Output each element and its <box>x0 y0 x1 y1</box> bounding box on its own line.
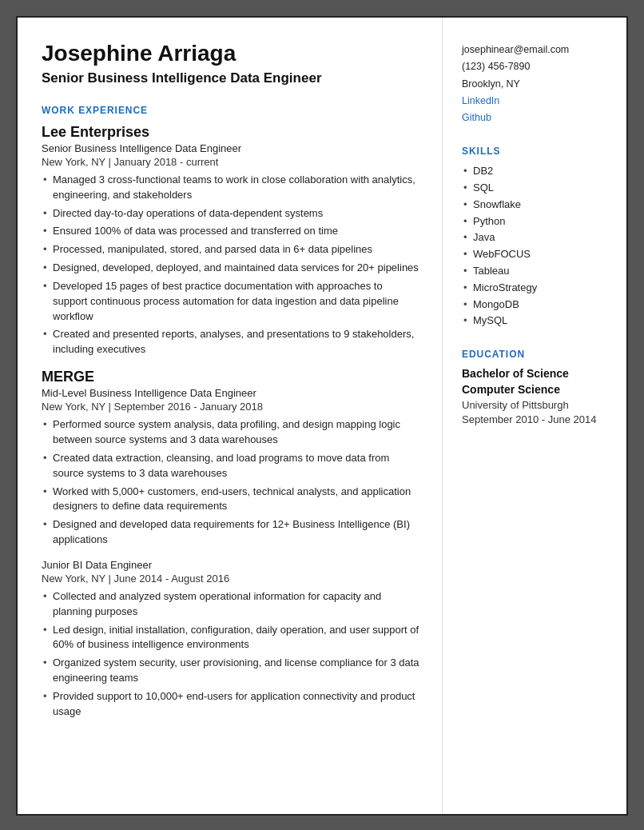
company-2-name: MERGE <box>42 369 419 385</box>
linkedin-link[interactable]: LinkedIn <box>462 93 610 110</box>
company-1-name: Lee Enterprises <box>42 124 419 141</box>
bullet-item: Directed day-to-day operations of data-d… <box>42 206 419 221</box>
bullet-item: Performed source system analysis, data p… <box>42 417 419 448</box>
phone: (123) 456-7890 <box>462 61 530 72</box>
bullet-item: Organized system security, user provisio… <box>42 656 419 686</box>
skill-item: MongoDB <box>462 297 610 313</box>
bullet-item: Led design, initial installation, config… <box>42 623 419 653</box>
edu-degree: Bachelor of Science <box>462 366 610 382</box>
job-1: Lee Enterprises Senior Business Intellig… <box>42 124 419 357</box>
bullet-item: Processed, manipulated, stored, and pars… <box>42 242 419 257</box>
edu-school: University of Pittsburgh <box>462 397 610 413</box>
skill-item: SQL <box>462 180 610 197</box>
edu-major: Computer Science <box>462 382 610 398</box>
github-link[interactable]: Github <box>462 110 610 126</box>
edu-dates: September 2010 - June 2014 <box>462 413 610 425</box>
bullet-item: Created data extraction, cleansing, and … <box>42 451 419 481</box>
candidate-name: Josephine Arriaga <box>42 42 419 66</box>
resume: Josephine Arriaga Senior Business Intell… <box>16 16 628 816</box>
bullet-item: Worked with 5,000+ customers, end-users,… <box>42 485 419 515</box>
work-experience-header: WORK EXPERIENCE <box>42 105 419 116</box>
skill-item: Python <box>462 213 610 230</box>
job-2-location-date: New York, NY | September 2016 - January … <box>42 401 419 413</box>
bullet-item: Developed 15 pages of best practice docu… <box>42 279 419 325</box>
job-2b-title: Junior BI Data Engineer <box>42 559 419 571</box>
skills-header: SKILLS <box>462 146 610 157</box>
bullet-item: Managed 3 cross-functional teams to work… <box>42 173 419 203</box>
skill-item: DB2 <box>462 163 610 180</box>
job-2b-bullets: Collected and analyzed system operationa… <box>42 589 419 720</box>
skill-item: MySQL <box>462 313 610 329</box>
job-1-bullets: Managed 3 cross-functional teams to work… <box>42 173 419 357</box>
left-column: Josephine Arriaga Senior Business Intell… <box>18 18 443 814</box>
skill-item: WebFOCUS <box>462 246 610 263</box>
contact-info: josephinear@email.com (123) 456-7890 Bro… <box>462 42 610 126</box>
candidate-title: Senior Business Intelligence Data Engine… <box>42 70 419 87</box>
bullet-item: Created and presented reports, analyses,… <box>42 327 419 357</box>
skills-list: DB2 SQL Snowflake Python Java WebFOCUS T… <box>462 163 610 329</box>
job-1-title: Senior Business Intelligence Data Engine… <box>42 142 419 154</box>
email: josephinear@email.com <box>462 44 569 55</box>
skill-item: Java <box>462 229 610 246</box>
bullet-item: Designed, developed, deployed, and maint… <box>42 261 419 276</box>
bullet-item: Designed and developed data requirements… <box>42 517 419 548</box>
job-2-bullets: Performed source system analysis, data p… <box>42 417 419 548</box>
bullet-item: Provided support to 10,000+ end-users fo… <box>42 689 419 720</box>
education-header: EDUCATION <box>462 349 610 360</box>
job-2-title: Mid-Level Business Intelligence Data Eng… <box>42 387 419 399</box>
bullet-item: Collected and analyzed system operationa… <box>42 589 419 620</box>
right-column: josephinear@email.com (123) 456-7890 Bro… <box>443 18 626 814</box>
bullet-item: Ensured 100% of data was processed and t… <box>42 224 419 239</box>
skill-item: MicroStrategy <box>462 280 610 297</box>
job-2: MERGE Mid-Level Business Intelligence Da… <box>42 369 419 720</box>
skill-item: Snowflake <box>462 197 610 213</box>
location: Brooklyn, NY <box>462 78 520 90</box>
skill-item: Tableau <box>462 263 610 280</box>
job-2b-location-date: New York, NY | June 2014 - August 2016 <box>42 573 419 585</box>
job-1-location-date: New York, NY | January 2018 - current <box>42 156 419 168</box>
